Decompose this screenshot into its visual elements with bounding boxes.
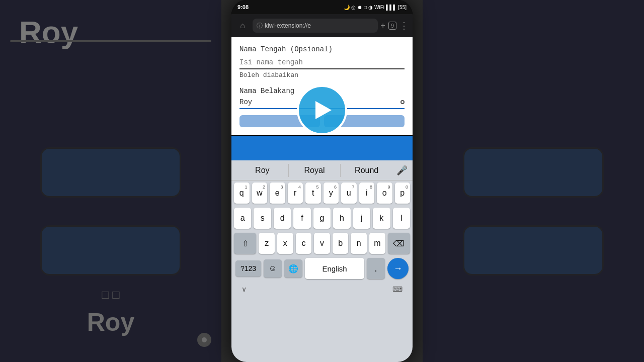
wifi-icon: WiFi xyxy=(374,5,384,10)
suggestion-1[interactable]: Roy xyxy=(236,164,289,177)
key-v[interactable]: v xyxy=(314,233,330,254)
key-p[interactable]: p0 xyxy=(395,183,411,204)
info-icon: ⓘ xyxy=(257,22,263,30)
browser-actions: + 9 ⋮ xyxy=(381,20,409,31)
field-middle-name: Nama Tengah (Opsional) Boleh diabaikan xyxy=(239,45,405,79)
add-tab-icon[interactable]: + xyxy=(381,21,385,30)
globe-key[interactable]: 🌐 xyxy=(284,259,302,278)
key-o[interactable]: o9 xyxy=(377,183,392,204)
status-icons: 🌙 ◎ ⏺ □ ◑ WiFi ▌▌▌ [55] xyxy=(344,5,407,10)
cast-icon: □ xyxy=(364,5,367,10)
bg-left-text: Roy xyxy=(19,14,78,50)
play-icon xyxy=(315,101,332,119)
key-z[interactable]: z xyxy=(259,233,275,254)
key-n[interactable]: n xyxy=(351,233,367,254)
home-button[interactable]: ⌂ xyxy=(235,19,250,33)
url-text: kiwi-extension://e xyxy=(265,22,311,29)
signal-icon: ▌▌▌ xyxy=(386,5,396,10)
background-right xyxy=(423,0,644,362)
key-g[interactable]: g xyxy=(313,208,331,229)
globe-icon: 🌐 xyxy=(288,264,298,274)
period-key[interactable]: . xyxy=(367,258,385,279)
backspace-key[interactable]: ⌫ xyxy=(388,233,410,254)
autocorrect-suggestions: Roy Royal Round xyxy=(236,164,392,177)
key-u[interactable]: u7 xyxy=(341,183,357,204)
suggestion-3[interactable]: Round xyxy=(341,164,392,177)
key-y[interactable]: y6 xyxy=(324,183,339,204)
keyboard-row-1: q1 w2 e3 r4 t5 y6 u7 i8 o9 p0 xyxy=(231,180,413,206)
keyboard-handle: ∨ ⌨ xyxy=(231,281,413,297)
form-content: Nama Tengah (Opsional) Boleh diabaikan N… xyxy=(231,37,413,135)
keyboard-row-3: ⇧ z x c v b n m ⌫ xyxy=(231,231,413,256)
autocorrect-bar: Roy Royal Round 🎤 xyxy=(231,160,413,180)
keyboard-row-bottom: ?123 ☺ 🌐 English . → xyxy=(231,256,413,281)
middle-name-label: Nama Tengah (Opsional) xyxy=(239,45,405,53)
emoji-key[interactable]: ☺ xyxy=(264,259,282,278)
status-bar: 9:08 🌙 ◎ ⏺ □ ◑ WiFi ▌▌▌ [55] xyxy=(231,0,413,14)
keyboard: Roy Royal Round 🎤 q1 w2 e3 r4 t5 y6 u7 i… xyxy=(231,160,413,362)
key-m[interactable]: m xyxy=(369,233,385,254)
key-c[interactable]: c xyxy=(296,233,312,254)
shift-key[interactable]: ⇧ xyxy=(234,233,256,254)
key-s[interactable]: s xyxy=(254,208,271,229)
key-j[interactable]: j xyxy=(353,208,370,229)
language-label: English xyxy=(322,264,347,273)
key-f[interactable]: f xyxy=(293,208,310,229)
keyboard-settings-icon[interactable]: ⌨ xyxy=(392,285,403,293)
emoji-icon: ☺ xyxy=(269,264,277,273)
tab-count-icon[interactable]: 9 xyxy=(388,22,396,30)
browser-bar: ⌂ ⓘ kiwi-extension://e + 9 ⋮ xyxy=(231,14,413,37)
mic-icon[interactable]: 🎤 xyxy=(396,165,408,176)
location-icon: ◎ xyxy=(351,5,356,10)
key-i[interactable]: i8 xyxy=(359,183,375,204)
form-buttons xyxy=(239,115,405,131)
key-t[interactable]: t5 xyxy=(305,183,321,204)
key-b[interactable]: b xyxy=(333,233,349,254)
moon-icon: 🌙 xyxy=(344,5,350,10)
key-x[interactable]: x xyxy=(277,233,293,254)
enter-icon: → xyxy=(393,263,403,274)
background-left: Roy □ □ Roy xyxy=(0,0,221,362)
key-q[interactable]: q1 xyxy=(234,183,250,204)
key-l[interactable]: l xyxy=(393,208,410,229)
language-key[interactable]: English xyxy=(305,258,364,279)
key-k[interactable]: k xyxy=(373,208,390,229)
url-bar[interactable]: ⓘ kiwi-extension://e xyxy=(253,19,378,33)
rec-icon: ⏺ xyxy=(357,5,362,10)
num-key[interactable]: ?123 xyxy=(235,260,261,277)
key-e[interactable]: e3 xyxy=(270,183,285,204)
battery-icon: [55] xyxy=(398,5,407,10)
web-content-area: Nama Tengah (Opsional) Boleh diabaikan N… xyxy=(231,37,413,160)
enter-key[interactable]: → xyxy=(387,258,409,279)
continue-button[interactable] xyxy=(231,136,413,160)
phone-frame: 9:08 🌙 ◎ ⏺ □ ◑ WiFi ▌▌▌ [55] ⌂ ⓘ kiwi-ex… xyxy=(231,0,413,362)
key-r[interactable]: r4 xyxy=(288,183,303,204)
keyboard-row-2: a s d f g h j k l xyxy=(231,206,413,231)
last-name-text: Roy xyxy=(239,98,252,106)
play-button[interactable] xyxy=(297,85,347,135)
middle-name-input[interactable] xyxy=(239,56,405,69)
suggestion-2[interactable]: Royal xyxy=(289,164,341,177)
key-d[interactable]: d xyxy=(274,208,291,229)
menu-icon[interactable]: ⋮ xyxy=(399,20,409,31)
middle-name-hint: Boleh diabaikan xyxy=(239,71,405,79)
collapse-icon[interactable]: ∨ xyxy=(242,285,247,293)
cursor-indicator xyxy=(400,100,405,104)
status-time: 9:08 xyxy=(237,4,249,10)
key-a[interactable]: a xyxy=(234,208,251,229)
key-w[interactable]: w2 xyxy=(252,183,268,204)
night-mode-icon: ◑ xyxy=(368,5,373,10)
key-h[interactable]: h xyxy=(333,208,350,229)
